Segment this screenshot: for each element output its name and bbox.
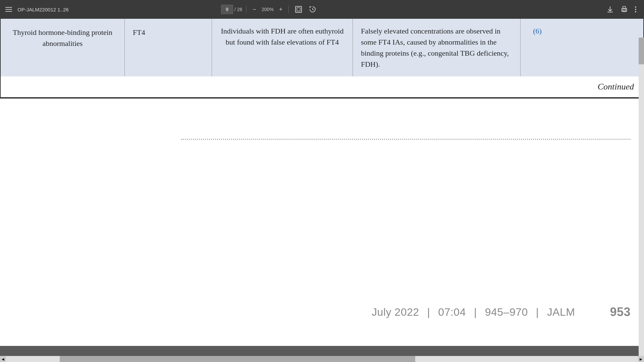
table-row: Thyroid hormone-binding protein abnormal… xyxy=(0,19,644,76)
more-options-button[interactable] xyxy=(633,4,639,14)
toolbar-center-controls: / 26 − 200% + xyxy=(221,4,318,14)
dotted-separator xyxy=(181,139,631,140)
svg-point-9 xyxy=(635,6,636,8)
download-button[interactable] xyxy=(604,4,616,14)
svg-point-11 xyxy=(635,11,636,12)
page-navigation: / 26 xyxy=(221,5,242,14)
footer-time: 07:04 xyxy=(438,306,466,318)
svg-rect-1 xyxy=(297,8,300,11)
vertical-scrollbar-thumb[interactable] xyxy=(639,38,644,64)
menu-icon[interactable] xyxy=(5,7,12,12)
svg-rect-7 xyxy=(623,10,626,12)
zoom-in-button[interactable]: + xyxy=(277,6,285,13)
footer-page-number: 953 xyxy=(610,305,631,319)
page-footer-area: July 2022 | 07:04 | 945–970 | JALM 953 xyxy=(0,99,644,346)
horizontal-scrollbar-thumb[interactable] xyxy=(60,356,415,362)
svg-point-8 xyxy=(626,9,627,10)
table-cell-analyte: FT4 xyxy=(125,19,212,76)
page-area: Thyroid hormone-binding protein abnormal… xyxy=(0,19,644,362)
toolbar-right xyxy=(604,4,639,14)
svg-point-10 xyxy=(635,9,636,10)
svg-line-3 xyxy=(313,9,314,10)
footer-journal: JALM xyxy=(547,306,575,318)
zoom-out-button[interactable]: − xyxy=(251,6,258,13)
footer-date: July 2022 xyxy=(372,306,419,318)
vertical-scrollbar[interactable] xyxy=(639,38,644,362)
fit-page-button[interactable] xyxy=(293,4,304,14)
table-cell-description: Individuals with FDH are often euthyroid… xyxy=(212,19,353,76)
history-button[interactable] xyxy=(307,4,318,14)
svg-rect-0 xyxy=(296,6,302,12)
table-section: Thyroid hormone-binding protein abnormal… xyxy=(0,19,644,99)
scrollbar-right-button[interactable]: ▶ xyxy=(638,356,644,362)
table-cell-reference: (6) xyxy=(521,19,554,76)
toolbar-divider-1 xyxy=(246,5,247,13)
footer-info: July 2022 | 07:04 | 945–970 | JALM 953 xyxy=(181,305,631,319)
scrollbar-left-button[interactable]: ◀ xyxy=(0,356,6,362)
toolbar: OP-JALM220012 1..26 / 26 − 200% + xyxy=(0,0,644,19)
zoom-value: 200% xyxy=(261,7,274,12)
print-button[interactable] xyxy=(619,4,630,14)
horizontal-scrollbar[interactable]: ◀ ▶ xyxy=(0,356,644,362)
page-total: / 26 xyxy=(234,7,242,12)
table-cell-details: Falsely elevated concentrations are obse… xyxy=(353,19,521,76)
table-cell-condition: Thyroid hormone-binding protein abnormal… xyxy=(1,19,125,76)
main-content: Thyroid hormone-binding protein abnormal… xyxy=(0,19,644,362)
page-number-input[interactable] xyxy=(221,5,233,14)
document-title: OP-JALM220012 1..26 xyxy=(17,7,69,12)
toolbar-divider-2 xyxy=(288,5,289,13)
scrollbar-track[interactable] xyxy=(6,356,638,362)
continued-label: Continued xyxy=(0,76,644,98)
footer-pages: 945–970 xyxy=(485,306,528,318)
